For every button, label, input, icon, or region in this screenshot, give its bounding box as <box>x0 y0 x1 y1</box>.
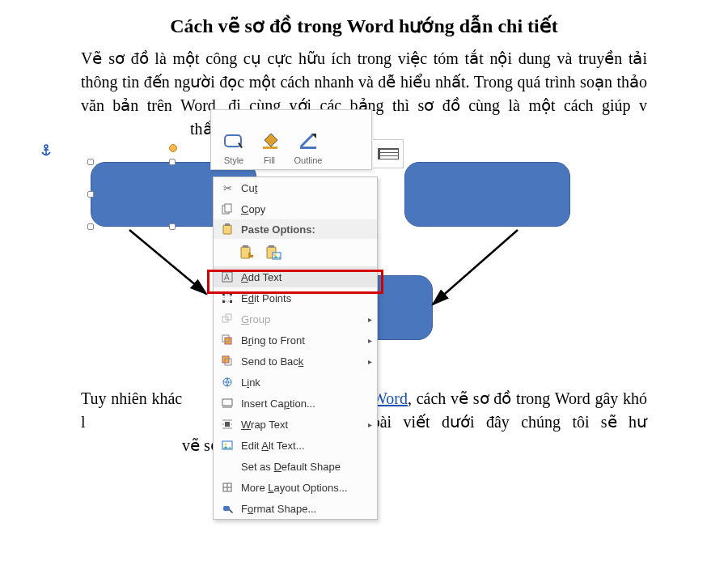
paragraph-1a: Vẽ sơ đồ là một công cụ cực hữu ích tron… <box>81 49 647 114</box>
paragraph-2a: Tuy nhiên khác <box>81 389 182 407</box>
svg-rect-27 <box>225 338 231 344</box>
menu-group-label: Group <box>241 313 364 325</box>
menu-cut[interactable]: ✂ Cut <box>214 177 377 198</box>
svg-rect-12 <box>241 247 250 258</box>
resize-handle-w[interactable] <box>87 191 94 198</box>
menu-paste-header: Paste Options: <box>214 219 377 239</box>
menu-insert-caption[interactable]: Insert Caption... <box>214 393 377 414</box>
layout-icon <box>378 148 399 159</box>
outline-icon <box>297 130 320 152</box>
svg-rect-44 <box>223 506 230 511</box>
resize-handle-n[interactable] <box>169 159 176 165</box>
menu-link[interactable]: Link <box>214 372 377 393</box>
menu-format-shape[interactable]: Format Shape... <box>214 498 377 519</box>
menu-edit-alt[interactable]: Edit Alt Text... <box>214 435 377 456</box>
svg-text:A: A <box>224 273 230 282</box>
menu-add-text-label: Add Text <box>241 271 372 283</box>
mini-fill-label: Fill <box>264 155 275 165</box>
menu-set-default-label: Set as Default Shape <box>241 461 372 473</box>
svg-point-17 <box>274 254 277 257</box>
svg-rect-14 <box>267 247 276 258</box>
caption-icon <box>218 398 236 409</box>
menu-wrap-text[interactable]: Wrap Text ▸ <box>214 414 377 435</box>
group-icon <box>218 313 236 325</box>
anchor-icon <box>40 144 52 159</box>
menu-copy-label: Copy <box>241 203 372 215</box>
copy-icon <box>218 203 236 215</box>
mini-toolbar: Style Fill Outline <box>210 109 372 170</box>
layout-options-icon <box>218 482 236 493</box>
svg-rect-29 <box>222 356 229 363</box>
paste-picture-button[interactable] <box>264 243 283 262</box>
menu-bring-front-label: Bring to Front <box>241 334 364 347</box>
svg-rect-11 <box>225 223 230 226</box>
context-menu: ✂ Cut Copy Paste Options: A Add Text Edi… <box>213 176 378 520</box>
mini-style-button[interactable]: Style <box>216 130 252 165</box>
menu-group: Group ▸ <box>214 308 377 330</box>
wrap-text-icon <box>218 419 236 430</box>
menu-insert-caption-label: Insert Caption... <box>241 398 372 410</box>
svg-rect-24 <box>224 295 231 301</box>
mini-fill-button[interactable]: Fill <box>252 130 287 165</box>
article-title: Cách vẽ sơ đồ trong Word hướng dẫn chi t… <box>81 15 647 37</box>
menu-cut-label: Cut <box>241 182 372 194</box>
svg-point-0 <box>44 145 48 148</box>
style-icon <box>222 130 245 152</box>
svg-point-40 <box>225 444 226 445</box>
menu-format-shape-label: Format Shape... <box>241 503 372 515</box>
svg-rect-16 <box>273 253 281 259</box>
menu-add-text[interactable]: A Add Text <box>214 266 377 287</box>
paste-keep-formatting-button[interactable] <box>238 243 257 262</box>
svg-rect-13 <box>243 245 248 248</box>
edit-points-icon <box>218 292 236 304</box>
svg-line-4 <box>433 230 518 304</box>
menu-edit-points[interactable]: Edit Points <box>214 287 377 308</box>
menu-edit-alt-label: Edit Alt Text... <box>241 440 372 452</box>
svg-rect-15 <box>269 245 274 248</box>
resize-handle-nw[interactable] <box>87 159 94 165</box>
send-back-icon <box>218 355 236 367</box>
mini-style-label: Style <box>224 155 243 165</box>
menu-more-layout-label: More Layout Options... <box>241 482 372 494</box>
svg-rect-10 <box>223 225 231 234</box>
svg-rect-7 <box>300 147 316 149</box>
bring-front-icon <box>218 334 236 346</box>
chevron-right-icon: ▸ <box>364 336 372 345</box>
format-shape-icon <box>218 503 236 514</box>
menu-paste-header-label: Paste Options: <box>241 223 372 236</box>
mini-outline-label: Outline <box>294 155 323 165</box>
svg-rect-9 <box>225 204 231 212</box>
mini-outline-button[interactable]: Outline <box>287 130 329 165</box>
shape-rect-2[interactable] <box>404 162 570 227</box>
svg-rect-34 <box>225 422 230 427</box>
menu-link-label: Link <box>241 376 372 389</box>
add-text-icon: A <box>218 271 236 283</box>
arrow-2 <box>421 225 534 314</box>
mini-layout-button[interactable] <box>373 139 404 168</box>
menu-wrap-text-label: Wrap Text <box>241 419 364 431</box>
svg-rect-5 <box>225 135 241 147</box>
scissors-icon: ✂ <box>218 182 236 194</box>
svg-rect-6 <box>263 147 277 149</box>
resize-handle-s[interactable] <box>169 223 176 230</box>
clipboard-icon <box>218 223 236 235</box>
menu-set-default[interactable]: Set as Default Shape <box>214 456 377 477</box>
menu-bring-front[interactable]: Bring to Front ▸ <box>214 330 377 351</box>
chevron-right-icon: ▸ <box>364 315 372 324</box>
menu-send-back[interactable]: Send to Back ▸ <box>214 351 377 372</box>
svg-rect-32 <box>222 399 232 406</box>
svg-line-3 <box>129 230 206 294</box>
menu-copy[interactable]: Copy <box>214 198 377 219</box>
menu-paste-options <box>214 239 377 266</box>
menu-more-layout[interactable]: More Layout Options... <box>214 477 377 498</box>
chevron-right-icon: ▸ <box>364 420 372 429</box>
alt-text-icon <box>218 440 236 451</box>
menu-send-back-label: Send to Back <box>241 355 364 368</box>
chevron-right-icon: ▸ <box>364 357 372 366</box>
menu-edit-points-label: Edit Points <box>241 292 372 304</box>
link-icon <box>218 376 236 388</box>
fill-icon <box>258 130 281 152</box>
arrow-1 <box>121 225 218 302</box>
resize-handle-sw[interactable] <box>87 223 94 230</box>
